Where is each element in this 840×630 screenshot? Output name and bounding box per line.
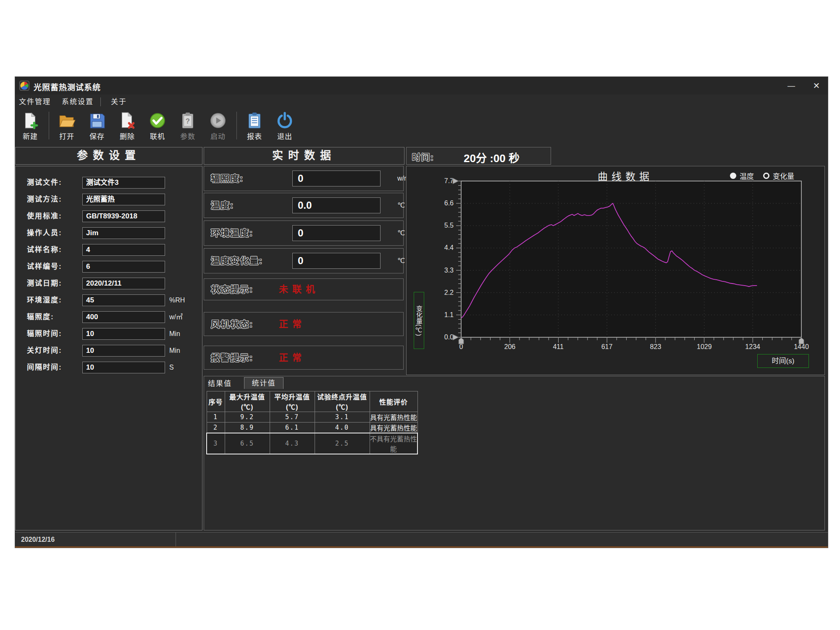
realtime-value-2: 0 — [292, 225, 381, 241]
param-label-9: 辐照时间: — [27, 328, 62, 340]
param-unit-11: S — [169, 362, 174, 373]
param-label-3: 操作人员: — [27, 227, 62, 239]
param-unit-9: Min — [169, 328, 180, 340]
tab-results[interactable]: 结果值 — [208, 378, 232, 389]
param-input-4[interactable]: 4 — [82, 244, 165, 256]
x-tick-label: 1029 — [697, 343, 712, 350]
x-axis-cursor-handle[interactable] — [459, 338, 464, 344]
param-input-7[interactable]: 45 — [82, 294, 165, 306]
x-tick-label: 206 — [504, 343, 516, 350]
legend-label-1[interactable]: 变化量 — [773, 171, 794, 181]
param-input-10[interactable]: 10 — [82, 345, 165, 357]
table-cell: 2 — [207, 423, 225, 433]
elapsed-time-bar: 时间: 20分 :00 秒 — [406, 147, 551, 165]
param-input-3[interactable]: Jim — [82, 227, 165, 239]
toolbar: 新建打开保存删除联机?参数启动报表退出 — [15, 109, 828, 146]
param-input-6[interactable]: 2020/12/11 — [82, 278, 165, 289]
realtime-unit-3: ℃ — [397, 249, 405, 273]
x-axis-cursor-handle[interactable] — [799, 338, 804, 344]
param-label-5: 试样编号: — [27, 261, 62, 273]
svg-text:?: ? — [186, 117, 190, 125]
plot-area — [461, 181, 801, 337]
report-clipboard-button[interactable]: 报表 — [241, 109, 268, 141]
legend-radio-icon-1[interactable] — [763, 173, 769, 179]
param-input-9[interactable]: 10 — [82, 328, 165, 340]
online-check-button[interactable]: 联机 — [144, 109, 171, 141]
screen-background: 光照蓄热测试系统 — ✕ 文件管理系统设置关于 新建打开保存删除联机?参数启动报… — [0, 0, 840, 630]
menubar: 文件管理系统设置关于 — [15, 94, 828, 109]
start-play-button: 启动 — [205, 109, 231, 141]
realtime-row-3: 温度变化量:0℃ — [204, 248, 404, 273]
realtime-value-3: 0 — [292, 253, 381, 269]
status-value-4: 未联机 — [279, 279, 319, 300]
realtime-panel-header: 实时数据 — [204, 147, 404, 165]
table-cell: 3 — [207, 433, 225, 454]
param-input-8[interactable]: 400 — [82, 311, 165, 323]
titlebar: 光照蓄热测试系统 — ✕ — [15, 77, 828, 94]
realtime-value-1: 0.0 — [292, 197, 381, 213]
time-value: 20分 :00 秒 — [464, 150, 520, 165]
legend-label-0[interactable]: 温度 — [740, 171, 754, 181]
y-axis-cursor-handle[interactable] — [453, 334, 459, 340]
x-tick-label: 823 — [650, 343, 662, 350]
exit-power-button[interactable]: 退出 — [271, 109, 298, 141]
y-tick-label: 2.2 — [444, 289, 454, 296]
menu-item-1[interactable]: 系统设置 — [62, 94, 94, 109]
new-doc-button[interactable]: 新建 — [17, 109, 44, 141]
x-axis-label: 时间(s) — [757, 354, 809, 368]
delete-doc-button[interactable]: 删除 — [114, 109, 141, 141]
y-axis-cursor-handle[interactable] — [453, 178, 459, 184]
close-button[interactable]: ✕ — [807, 77, 826, 94]
y-axis-label: 变化量(℃) — [414, 292, 424, 349]
param-label-10: 关灯时间: — [27, 345, 62, 357]
legend-radio-icon-0[interactable] — [730, 173, 736, 179]
realtime-label-1: 温度: — [211, 193, 234, 218]
column-header-3: 试验终点升温值(℃) — [315, 391, 370, 412]
results-table: 序号最大升温值(℃)平均升温值(℃)试验终点升温值(℃)性能评价19.25.73… — [206, 391, 418, 454]
toolbar-button-label: 报表 — [247, 131, 262, 141]
param-label-7: 环境湿度: — [27, 294, 62, 306]
realtime-unit-1: ℃ — [397, 193, 405, 218]
open-folder-button[interactable]: 打开 — [53, 109, 80, 141]
chart-title: 曲线数据 — [598, 168, 653, 183]
param-unit-8: w/㎡ — [169, 311, 183, 323]
table-cell: 6.5 — [225, 433, 270, 454]
table-row-1[interactable]: 19.25.73.1具有光蓄热性能 — [207, 412, 417, 423]
status-date: 2020/12/16 — [15, 533, 176, 546]
realtime-row-1: 温度:0.0℃ — [204, 193, 404, 218]
menu-item-0[interactable]: 文件管理 — [19, 94, 51, 109]
report-clipboard-icon — [246, 112, 263, 129]
realtime-label-3: 温度变化量: — [211, 249, 263, 273]
param-input-1[interactable]: 光照蓄热 — [82, 194, 165, 205]
start-play-icon — [209, 112, 227, 129]
x-tick-label: 617 — [601, 343, 613, 350]
time-label: 时间: — [412, 151, 434, 163]
param-input-2[interactable]: GB/T8939-2018 — [82, 210, 165, 222]
table-cell: 5.7 — [270, 412, 315, 423]
toolbar-button-label: 删除 — [120, 131, 135, 141]
param-input-11[interactable]: 10 — [82, 362, 165, 373]
param-input-0[interactable]: 测试文件3 — [82, 177, 165, 189]
save-floppy-button[interactable]: 保存 — [84, 109, 110, 141]
toolbar-button-label: 退出 — [277, 131, 292, 141]
param-label-0: 测试文件: — [27, 177, 62, 189]
y-tick-label: 7.7 — [444, 177, 454, 184]
table-row-3[interactable]: 36.54.32.5不具有光蓄热性能 — [207, 433, 417, 454]
tab-statistics[interactable]: 统计值 — [244, 377, 284, 389]
param-unit-10: Min — [169, 345, 180, 357]
column-header-2: 平均升温值(℃) — [270, 391, 315, 412]
param-label-6: 测试日期: — [27, 278, 62, 289]
y-tick-label: 6.6 — [444, 200, 454, 207]
save-floppy-icon — [88, 112, 106, 129]
window-bottom-edge — [15, 546, 828, 548]
menu-item-2[interactable]: 关于 — [111, 94, 127, 109]
table-row-2[interactable]: 28.96.14.0具有光蓄热性能 — [207, 423, 417, 433]
realtime-row-5: 风机状态:正常 — [204, 312, 404, 336]
table-header-row: 序号最大升温值(℃)平均升温值(℃)试验终点升温值(℃)性能评价 — [207, 391, 417, 412]
realtime-row-2: 环境温度:0℃ — [204, 220, 404, 246]
realtime-panel: 辐照度:0w/m²温度:0.0℃环境温度:0℃温度变化量:0℃状态提示:未联机风… — [204, 166, 404, 375]
x-tick-label: 1440 — [794, 343, 809, 350]
realtime-row-4: 状态提示:未联机 — [204, 278, 404, 300]
minimize-button[interactable]: — — [782, 77, 801, 94]
param-input-5[interactable]: 6 — [82, 261, 165, 273]
